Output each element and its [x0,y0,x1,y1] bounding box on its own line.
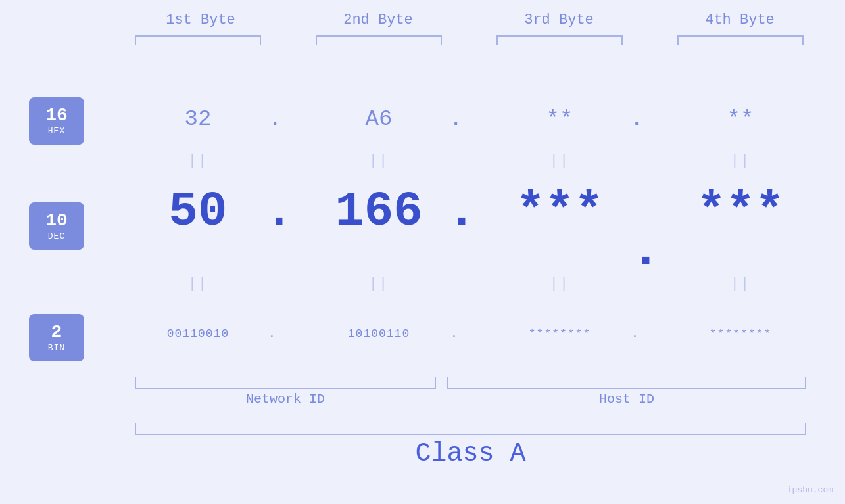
bracket-bottom-network [135,377,436,389]
bin-dot-1: . [268,327,276,340]
hex-dot-3: . [630,106,643,131]
byte2-header: 2nd Byte [312,12,444,28]
page: 1st Byte 2nd Byte 3rd Byte 4th Byte 16 H… [0,0,845,504]
hex-base-num: 16 [45,106,68,126]
bin-val-b2: 10100110 [316,327,442,340]
bracket-top-2 [316,35,442,45]
bin-dot-2: . [450,327,458,340]
hex-dot-2: . [449,106,462,131]
eq-dec-bin-3: || [496,276,623,292]
eq-hex-dec-1: || [135,152,261,169]
hex-base-box: 16 HEX [29,97,84,145]
eq-dec-bin-4: || [677,276,804,292]
bracket-top-4 [677,35,804,45]
hex-base-name: HEX [48,126,65,136]
class-label: Class A [135,439,806,469]
host-id-label: Host ID [447,392,806,407]
bin-base-num: 2 [51,323,62,343]
eq-hex-dec-4: || [677,152,804,169]
bin-val-b1: 00110010 [135,327,261,340]
dec-base-num: 10 [45,211,68,231]
network-id-label: Network ID [135,392,436,407]
dec-dot-2: . [447,184,476,239]
eq-dec-bin-1: || [135,276,261,292]
bracket-outer [135,423,806,435]
bin-base-name: BIN [48,343,65,353]
eq-hex-dec-3: || [496,152,623,169]
dec-val-b2: 166 [316,184,442,239]
hex-val-b2: A6 [316,106,442,131]
byte4-header: 4th Byte [674,12,806,28]
dec-val-b4: *** [677,184,804,239]
dec-val-b3: *** [496,184,623,239]
eq-dec-bin-2: || [316,276,442,292]
dec-base-box: 10 DEC [29,202,84,250]
bin-val-b3: ******** [496,327,623,340]
hex-val-b1: 32 [135,106,261,131]
dec-dot-1: . [264,184,293,239]
bin-base-box: 2 BIN [29,314,84,361]
byte3-header: 3rd Byte [493,12,625,28]
bracket-bottom-host [447,377,806,389]
eq-hex-dec-2: || [316,152,442,169]
bin-val-b4: ******** [677,327,804,340]
dec-base-name: DEC [48,231,65,241]
hex-val-b4: ** [677,106,804,131]
dec-val-b1: 50 [135,184,261,239]
hex-val-b3: ** [496,106,623,131]
bracket-top-1 [135,35,261,45]
bracket-top-3 [496,35,623,45]
watermark: ipshu.com [787,485,833,495]
hex-dot-1: . [268,106,281,131]
bin-dot-3: . [631,327,639,340]
byte1-header: 1st Byte [135,12,266,28]
dec-dot-3: . [631,223,660,279]
